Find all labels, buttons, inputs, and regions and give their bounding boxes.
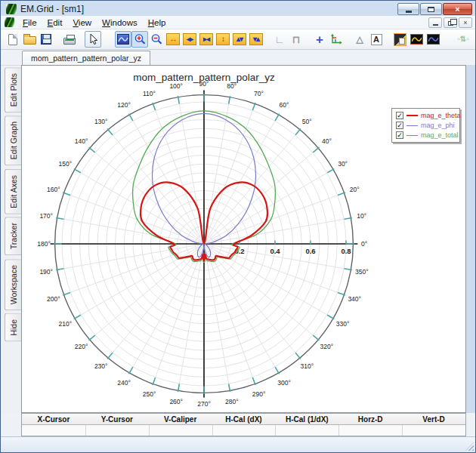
mdi-restore-button[interactable] — [444, 17, 457, 28]
open-button[interactable] — [21, 31, 38, 48]
radial-label: 0.8 — [341, 247, 351, 255]
angle-label: 120° — [117, 101, 131, 109]
application-window: EM.Grid - [sm1] × FileEditViewWindowsHel… — [0, 0, 476, 453]
text-label-button[interactable]: A — [368, 31, 385, 48]
angle-label: 140° — [75, 137, 88, 145]
cursor-value-cell — [338, 425, 402, 436]
pointer-tool-button[interactable] — [85, 31, 101, 48]
minimize-button[interactable] — [397, 3, 419, 15]
legend-checkbox-mag_e_phi[interactable]: ✓ — [396, 122, 403, 129]
document-icon — [5, 17, 14, 27]
cursor-value-cell — [22, 425, 85, 436]
cursor-table-header: X-CursorY-CursorV-CaliperH-Cal (dX)H-Cal… — [22, 414, 465, 425]
angle-label: 160° — [47, 186, 60, 193]
dark-plot-yellow-button[interactable] — [408, 31, 425, 48]
new-document-button[interactable] — [5, 31, 21, 48]
chart-title: mom_pattern_pattern_polar_yz — [133, 72, 275, 83]
radial-label: 0.4 — [270, 247, 280, 255]
sidebar-tab-edit-graph[interactable]: Edit Graph — [5, 116, 21, 165]
plot-panel: 0.20.40.60.80°10°20°30°40°50°60°70°80°90… — [21, 65, 466, 413]
cursor-column-vert-d: Vert-D — [402, 415, 465, 424]
cursor-readout-table: X-CursorY-CursorV-CaliperH-Cal (dX)H-Cal… — [21, 413, 466, 436]
angle-label: 130° — [94, 118, 108, 125]
document-area: mom_pattern_pattern_polar_yz Edit PlotsE… — [1, 50, 475, 436]
zoom-out-button[interactable] — [148, 31, 165, 48]
cursor-table-values — [22, 425, 465, 436]
title-bar[interactable]: EM.Grid - [sm1] × — [1, 1, 475, 16]
copy-graph-button[interactable] — [391, 31, 408, 48]
angle-label: 290° — [252, 390, 266, 398]
sidebar-tab-tracker[interactable]: Tracker — [5, 217, 21, 255]
legend-checkbox-mag_e_theta[interactable]: ✓ — [396, 112, 403, 119]
angle-label: 250° — [143, 390, 156, 398]
vertical-space-button[interactable]: ▫⇅▫ — [455, 31, 471, 48]
compress-y-button[interactable]: ▴▾ — [231, 31, 248, 48]
sidebar-tab-edit-plots[interactable]: Edit Plots — [5, 67, 21, 112]
dark-plot-blue-button[interactable] — [425, 31, 441, 48]
corner-top-button[interactable]: ⊓ — [288, 31, 304, 48]
angle-label: 230° — [94, 362, 108, 370]
maximize-button[interactable] — [420, 3, 442, 15]
mdi-minimize-button[interactable] — [428, 17, 442, 28]
mdi-minimize-icon — [433, 24, 438, 26]
sidebar-tab-hide[interactable]: Hide — [5, 313, 21, 342]
window-title: EM.Grid - [sm1] — [20, 4, 84, 14]
angle-label: 190° — [39, 268, 53, 276]
expand-y-button[interactable]: ↕ — [215, 31, 231, 48]
mdi-close-button[interactable]: × — [459, 17, 472, 28]
corner-bottom-button[interactable]: ∟ — [271, 31, 288, 48]
angle-label: 150° — [59, 160, 73, 168]
menu-windows[interactable]: Windows — [97, 17, 143, 29]
menu-edit[interactable]: Edit — [42, 17, 68, 29]
center-y-button[interactable]: ▾▴ — [248, 31, 264, 48]
crosshair-button[interactable]: + — [311, 31, 328, 48]
angle-label: 80° — [227, 82, 236, 90]
angle-label: 180° — [37, 240, 51, 248]
angle-label: 210° — [59, 320, 73, 328]
angle-label: 20° — [350, 186, 360, 193]
angle-label: 60° — [280, 101, 289, 109]
cursor-value-cell — [275, 425, 338, 436]
angle-label: 240° — [117, 379, 131, 387]
angle-label: 350° — [355, 268, 369, 276]
angle-label: 220° — [75, 343, 88, 350]
menu-view[interactable]: View — [67, 17, 97, 29]
angle-label: 70° — [254, 90, 264, 97]
document-tab[interactable]: mom_pattern_pattern_polar_yz — [22, 51, 150, 65]
zoom-window-button[interactable] — [115, 31, 131, 48]
legend-checkbox-mag_e_total[interactable]: ✓ — [396, 131, 403, 139]
expand-x-button[interactable]: ↔ — [165, 31, 181, 48]
close-button[interactable]: × — [443, 3, 472, 15]
cursor-value-cell — [149, 425, 212, 436]
cursor-column-v-caliper: V-Caliper — [149, 415, 212, 424]
menu-items: FileEditViewWindowsHelp — [17, 18, 171, 27]
zoom-in-button[interactable] — [131, 31, 148, 48]
legend-box[interactable]: ✓mag_e_theta✓mag_e_phi✓mag_e_total — [391, 108, 460, 143]
legend-label: mag_e_theta — [421, 112, 461, 119]
triangle-button[interactable]: △ — [351, 31, 368, 48]
sidebar-tab-workspace[interactable]: Workspace — [5, 259, 21, 310]
menu-help[interactable]: Help — [143, 17, 172, 29]
angle-label: 270° — [197, 400, 211, 408]
sidebar-tab-strip: Edit PlotsEdit GraphEdit AxesTrackerWork… — [1, 65, 21, 413]
menu-file[interactable]: File — [17, 17, 42, 29]
angle-label: 260° — [169, 398, 183, 405]
print-button[interactable] — [61, 31, 78, 48]
legend-label: mag_e_phi — [421, 122, 455, 129]
cursor-value-cell — [212, 425, 276, 436]
save-button[interactable] — [38, 31, 54, 48]
center-x-button[interactable]: ▸◂ — [198, 31, 215, 48]
resize-grip[interactable] — [465, 442, 474, 451]
radial-label: 0.6 — [305, 247, 315, 255]
status-bar — [1, 436, 475, 452]
compress-x-button[interactable]: ◂▸ — [181, 31, 198, 48]
cursor-value-cell — [402, 425, 465, 436]
menu-bar: FileEditViewWindowsHelp × — [1, 16, 475, 29]
angle-label: 50° — [302, 118, 312, 125]
angle-label: 170° — [39, 212, 53, 220]
cursor-column-y-cursor: Y-Cursor — [85, 415, 149, 424]
sidebar-tab-edit-axes[interactable]: Edit Axes — [5, 169, 21, 214]
app-logo-icon — [6, 4, 17, 14]
axes-button[interactable] — [328, 31, 345, 48]
cursor-column-x-cursor: X-Cursor — [22, 415, 85, 424]
